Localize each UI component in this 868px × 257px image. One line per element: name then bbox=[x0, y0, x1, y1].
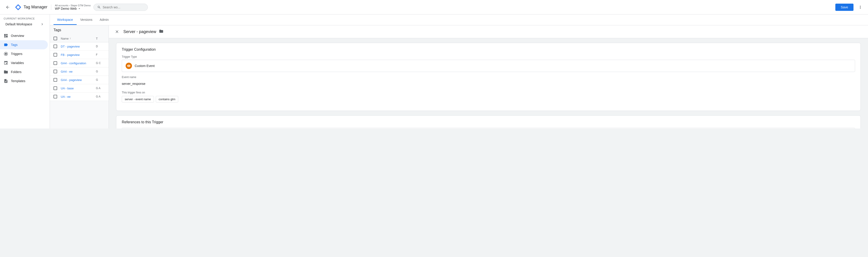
close-button[interactable] bbox=[113, 28, 121, 35]
tags-table-columns: Name ↑ T bbox=[50, 35, 108, 42]
app-logo: Tag Manager bbox=[14, 4, 48, 11]
tag-type: G bbox=[96, 78, 105, 81]
templates-icon bbox=[4, 79, 8, 83]
logo-icon bbox=[14, 4, 22, 11]
trigger-type-option[interactable]: Custom Event bbox=[122, 60, 855, 72]
sidebar-item-tags-label: Tags bbox=[11, 43, 18, 47]
tabs-bar: Workspace Versions Admin bbox=[50, 14, 868, 25]
sidebar-item-folders-label: Folders bbox=[11, 70, 22, 74]
row-checkbox[interactable] bbox=[54, 61, 57, 65]
sidebar-item-overview-label: Overview bbox=[11, 34, 24, 38]
overview-icon bbox=[4, 34, 8, 38]
reference-item-0[interactable]: FB - pageview Tag bbox=[122, 128, 855, 128]
condition-chip-0: server - event name bbox=[122, 96, 154, 103]
chevron-down-icon bbox=[78, 7, 81, 10]
table-row[interactable]: UA - ee G A bbox=[50, 93, 108, 101]
select-all-checkbox[interactable] bbox=[54, 37, 57, 40]
sidebar: CURRENT WORKSPACE Default Workspace Over… bbox=[0, 14, 50, 128]
tag-name: DT - pageview bbox=[61, 45, 96, 48]
tag-type: G bbox=[96, 70, 105, 73]
row-checkbox[interactable] bbox=[54, 78, 57, 82]
trigger-type-field: Trigger Type Custom Event bbox=[122, 55, 855, 72]
detail-title: Server - pageview bbox=[123, 29, 156, 34]
table-row[interactable]: UA - base G A bbox=[50, 84, 108, 93]
table-row[interactable]: FB - pageview F bbox=[50, 51, 108, 59]
trigger-type-value: Custom Event bbox=[135, 64, 155, 68]
sidebar-item-tags[interactable]: Tags bbox=[0, 40, 48, 49]
tag-type: G A bbox=[96, 95, 105, 98]
type-column-header: T bbox=[96, 37, 105, 40]
condition-chip-1: contains gtm bbox=[156, 96, 179, 103]
topbar: Tag Manager All accounts › Stape GTM Dem… bbox=[0, 0, 868, 14]
tag-name: GA4 - ee bbox=[61, 70, 96, 73]
account-path: All accounts › Stape GTM Demo bbox=[55, 4, 91, 7]
tag-type: G A bbox=[96, 87, 105, 90]
references-title: References to this Trigger bbox=[122, 120, 855, 124]
name-column-header: Name ↑ bbox=[61, 37, 96, 40]
sidebar-item-variables[interactable]: Variables bbox=[0, 59, 48, 67]
more-vert-icon bbox=[858, 5, 863, 9]
references-list: FB - pageview Tag UA - base T bbox=[122, 128, 855, 128]
sort-icon: ↑ bbox=[70, 37, 71, 40]
table-row[interactable]: GA4 - pageview G bbox=[50, 76, 108, 84]
search-input[interactable] bbox=[103, 5, 144, 9]
variables-icon bbox=[4, 61, 8, 65]
trigger-config-title: Trigger Configuration bbox=[122, 47, 855, 51]
trigger-config-card: Trigger Configuration Trigger Type Custo… bbox=[116, 43, 861, 111]
topbar-divider bbox=[51, 4, 51, 10]
sidebar-item-templates[interactable]: Templates bbox=[0, 76, 48, 85]
close-icon bbox=[115, 29, 119, 34]
tag-name: UA - base bbox=[61, 87, 96, 90]
save-button[interactable]: Save bbox=[835, 4, 854, 11]
table-row[interactable]: GA4 - ee G bbox=[50, 67, 108, 76]
event-name-field: Event name server_response bbox=[122, 76, 855, 87]
table-row[interactable]: DT - pageview D bbox=[50, 42, 108, 51]
tab-admin[interactable]: Admin bbox=[96, 15, 112, 25]
search-box[interactable] bbox=[93, 4, 148, 11]
app-name: Tag Manager bbox=[24, 5, 48, 9]
table-row[interactable]: GA4 - configuration G C bbox=[50, 59, 108, 67]
row-checkbox[interactable] bbox=[54, 70, 57, 73]
search-icon bbox=[97, 5, 101, 9]
detail-header: Server - pageview bbox=[109, 25, 868, 38]
tag-type: F bbox=[96, 53, 105, 56]
detail-panel: Server - pageview Trigger Configuration … bbox=[109, 25, 868, 128]
fires-on-label: This trigger fires on bbox=[122, 91, 855, 94]
tab-versions[interactable]: Versions bbox=[76, 15, 96, 25]
tags-icon bbox=[4, 42, 8, 47]
tab-workspace[interactable]: Workspace bbox=[54, 15, 76, 25]
workspace-header: CURRENT WORKSPACE Default Workspace bbox=[0, 14, 50, 29]
trigger-type-label: Trigger Type bbox=[122, 55, 855, 59]
sidebar-nav: Overview Tags Triggers Var bbox=[0, 29, 50, 87]
tag-type: G C bbox=[96, 62, 105, 65]
more-options-button[interactable] bbox=[856, 3, 864, 11]
sidebar-item-overview[interactable]: Overview bbox=[0, 31, 48, 40]
sidebar-item-triggers-label: Triggers bbox=[11, 52, 23, 56]
sidebar-item-triggers[interactable]: Triggers bbox=[0, 49, 48, 59]
custom-event-icon bbox=[126, 63, 132, 69]
references-card: References to this Trigger FB - pageview… bbox=[116, 115, 861, 128]
tags-area: Tags Name ↑ T DT - pageview D bbox=[50, 25, 868, 128]
event-name-label: Event name bbox=[122, 76, 855, 79]
row-checkbox[interactable] bbox=[54, 95, 57, 99]
tags-table-panel: Tags Name ↑ T DT - pageview D bbox=[50, 25, 109, 128]
row-checkbox[interactable] bbox=[54, 53, 57, 57]
tag-name: GA4 - configuration bbox=[61, 62, 96, 65]
tags-table-title: Tags bbox=[50, 25, 108, 35]
app-body: CURRENT WORKSPACE Default Workspace Over… bbox=[0, 14, 868, 128]
tag-name: GA4 - pageview bbox=[61, 78, 96, 82]
tag-name: UA - ee bbox=[61, 95, 96, 99]
sidebar-item-folders[interactable]: Folders bbox=[0, 67, 48, 76]
main-content: Workspace Versions Admin Tags Name ↑ T bbox=[50, 14, 868, 128]
folder-icon[interactable] bbox=[159, 29, 163, 35]
back-button[interactable] bbox=[4, 3, 12, 11]
account-name[interactable]: WP Demo Web bbox=[55, 7, 91, 10]
detail-body: Trigger Configuration Trigger Type Custo… bbox=[109, 38, 868, 128]
svg-point-2 bbox=[5, 53, 7, 55]
row-checkbox[interactable] bbox=[54, 44, 57, 48]
account-selector: All accounts › Stape GTM Demo WP Demo We… bbox=[55, 4, 91, 10]
chevron-right-icon bbox=[40, 22, 44, 26]
triggers-icon bbox=[4, 51, 8, 56]
workspace-selector[interactable]: Default Workspace bbox=[4, 21, 46, 28]
row-checkbox[interactable] bbox=[54, 86, 57, 90]
